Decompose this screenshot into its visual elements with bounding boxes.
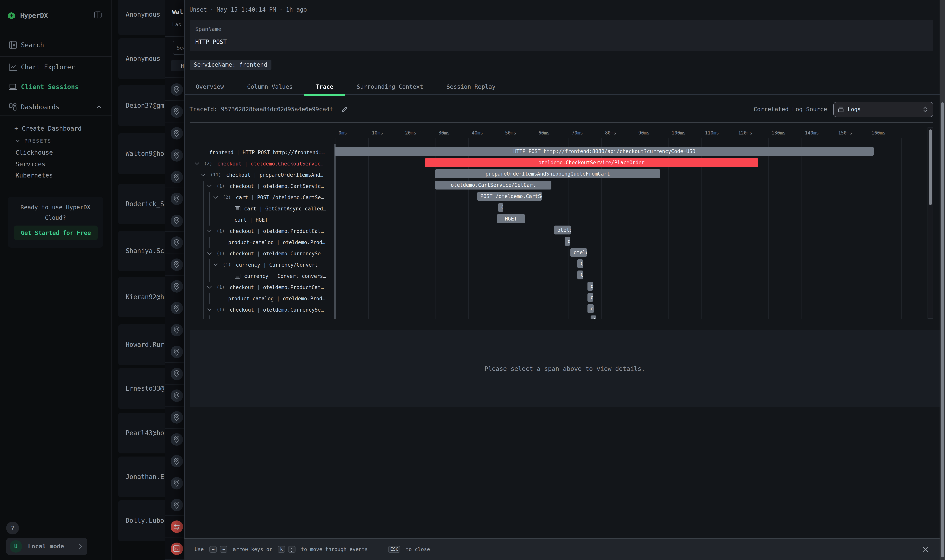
service-name-tag[interactable]: ServiceName: frontend	[190, 60, 271, 70]
log-source-select[interactable]: Logs	[833, 102, 933, 117]
span-tree-row[interactable]: (1)checkout | oteldemo.CurrencySe…	[184, 304, 334, 315]
waterfall-scrollbar-thumb[interactable]	[929, 129, 932, 205]
session-card[interactable]: Pearl43@ho	[118, 413, 165, 454]
session-filter-button[interactable]: H	[171, 60, 184, 71]
span-bar[interactable]: POST /oteldemo.CartService/GetCart	[477, 192, 542, 200]
tab-column-values[interactable]: Column Values	[236, 79, 304, 95]
span-bar[interactable]: Currency/Convert	[590, 315, 597, 319]
sidebar-item-chart-explorer[interactable]: Chart Explorer	[0, 59, 112, 75]
session-event-row[interactable]	[165, 341, 184, 363]
chevron-down-icon[interactable]	[201, 173, 205, 176]
session-event-row[interactable]	[165, 166, 184, 188]
page-scrollbar-thumb[interactable]	[940, 102, 944, 557]
session-event-row[interactable]	[165, 123, 184, 145]
collapse-sidebar-icon[interactable]	[94, 11, 102, 18]
span-tree-row[interactable]: (2)cart | POST /oteldemo.CartSe…	[184, 192, 334, 203]
session-card[interactable]: Anonymous	[118, 0, 165, 35]
session-event-row[interactable]	[165, 101, 184, 123]
session-card[interactable]: Deion37@gm	[118, 85, 165, 126]
chevron-down-icon[interactable]	[213, 196, 218, 199]
tab-trace[interactable]: Trace	[304, 79, 345, 95]
span-tree-row[interactable]: (1)checkout | oteldemo.CartServic…	[184, 180, 334, 192]
session-event-row[interactable]	[165, 472, 184, 494]
chevron-down-icon[interactable]	[207, 229, 211, 232]
span-bar[interactable]: oteldemo.CurrencyService/Convert	[570, 248, 586, 257]
session-event-row[interactable]	[165, 428, 184, 450]
session-event-row[interactable]	[165, 385, 184, 407]
session-card[interactable]: Dolly.Lubo	[118, 500, 165, 541]
session-search-input[interactable]: Sea	[173, 40, 184, 55]
session-card[interactable]: Roderick_S	[118, 183, 165, 224]
waterfall-scrollbar[interactable]	[928, 128, 933, 318]
sidebar-item-dashboards[interactable]: Dashboards	[0, 99, 112, 115]
span-bar[interactable]: oteldemo.CheckoutService/PlaceOrder	[425, 158, 758, 167]
session-event-row[interactable]	[165, 145, 184, 166]
session-card[interactable]: Walton9@ho	[118, 133, 165, 174]
session-event-row[interactable]	[165, 79, 184, 101]
page-scrollbar[interactable]	[940, 0, 945, 560]
chevron-down-icon[interactable]	[213, 263, 218, 266]
span-bar[interactable]: oteldemo.ProductCatalogService/GetProduc…	[587, 293, 593, 302]
span-tree-row[interactable]: cart | GetCartAsync called…	[184, 203, 334, 214]
span-tree-row[interactable]: product-catalog | oteldemo.Prod…	[184, 237, 334, 248]
span-bar[interactable]: oteldemo.CartService/GetCart	[435, 180, 552, 189]
span-tree-row[interactable]: currency | Convert convers…	[184, 270, 334, 282]
session-event-row[interactable]	[165, 275, 184, 297]
session-card[interactable]: Anonymous	[118, 38, 165, 79]
presets-toggle[interactable]: PRESETS	[15, 138, 52, 144]
span-bar[interactable]: oteldemo.ProductCatalogService/GetProduc…	[587, 282, 593, 291]
session-card[interactable]: Shaniya.Sc	[118, 231, 165, 271]
sidebar-item-search[interactable]: Search	[0, 37, 112, 53]
span-tree-row[interactable]: (1)checkout | oteldemo.CurrencySe…	[184, 248, 334, 259]
session-card[interactable]: Kieran92@h	[118, 277, 165, 317]
chevron-down-icon[interactable]	[207, 308, 211, 311]
session-event-row[interactable]	[165, 450, 184, 472]
session-error-event-row[interactable]	[165, 538, 184, 560]
help-button[interactable]: ?	[6, 522, 19, 534]
sidebar-item-client-sessions[interactable]: Client Sessions	[0, 79, 112, 95]
span-tree-row[interactable]: (2)checkout | oteldemo.CheckoutServic…	[184, 158, 334, 169]
sidebar-preset-services[interactable]: Services	[15, 160, 45, 168]
local-mode-button[interactable]: U Local mode	[6, 538, 87, 555]
span-bar[interactable]: prepareOrderItemsAndShippingQuoteFromCar…	[435, 169, 660, 178]
span-tree-row[interactable]: (1)currency | Currency/Convert	[184, 315, 334, 319]
edit-pencil-icon[interactable]	[341, 106, 348, 112]
session-event-row[interactable]	[165, 188, 184, 210]
session-card[interactable]: Ernesto33@	[118, 368, 165, 409]
tab-session-replay[interactable]: Session Replay	[435, 79, 507, 95]
span-tree-row[interactable]: cart | HGET	[184, 214, 334, 225]
chevron-down-icon[interactable]	[194, 162, 199, 165]
session-event-row[interactable]	[165, 363, 184, 385]
span-bar[interactable]: oteldemo.CurrencyService/Convert	[587, 304, 594, 313]
session-event-row[interactable]	[165, 319, 184, 341]
tab-overview[interactable]: Overview	[184, 79, 236, 95]
span-tree-row[interactable]: (1)checkout | oteldemo.ProductCat…	[184, 225, 334, 237]
session-event-row[interactable]	[165, 210, 184, 232]
span-bar[interactable]: HTTP POST http://frontend:8080/api/check…	[335, 147, 874, 155]
span-tree-row[interactable]: product-catalog | oteldemo.Prod…	[184, 293, 334, 304]
session-event-row[interactable]	[165, 407, 184, 429]
sidebar-preset-clickhouse[interactable]: Clickhouse	[15, 149, 53, 156]
chevron-down-icon[interactable]	[207, 185, 211, 188]
session-event-row[interactable]	[165, 232, 184, 254]
session-card[interactable]: Jonathan.E	[118, 456, 165, 497]
span-tree-row[interactable]: (1)checkout | oteldemo.ProductCat…	[184, 282, 334, 293]
chevron-down-icon[interactable]	[207, 252, 211, 255]
span-bar[interactable]: Convert convers…	[578, 270, 583, 279]
span-bar[interactable]: oteldemo.ProductCatalogService/GetProduc…	[554, 225, 571, 234]
session-event-row[interactable]	[165, 297, 184, 319]
tree-scrollbar[interactable]	[334, 144, 336, 319]
span-bar[interactable]: HGET	[496, 214, 525, 223]
span-bar[interactable]: Currency/Convert	[578, 259, 583, 268]
span-tree-row[interactable]: (11)checkout | prepareOrderItemsAnd…	[184, 169, 334, 180]
session-event-row[interactable]	[165, 494, 184, 516]
chevron-down-icon[interactable]	[207, 286, 211, 289]
sidebar-preset-kubernetes[interactable]: Kubernetes	[15, 171, 53, 179]
session-card[interactable]: Howard.Rur	[118, 324, 165, 365]
close-panel-icon[interactable]	[922, 538, 929, 560]
session-event-row[interactable]	[165, 254, 184, 275]
span-bar[interactable]: oteldemo.ProductCatalogService/GetProduc…	[564, 237, 570, 246]
tab-surrounding-context[interactable]: Surrounding Context	[345, 79, 435, 95]
get-started-button[interactable]: Get Started for Free	[14, 226, 98, 240]
span-tree-row[interactable]: (1)currency | Currency/Convert	[184, 259, 334, 270]
